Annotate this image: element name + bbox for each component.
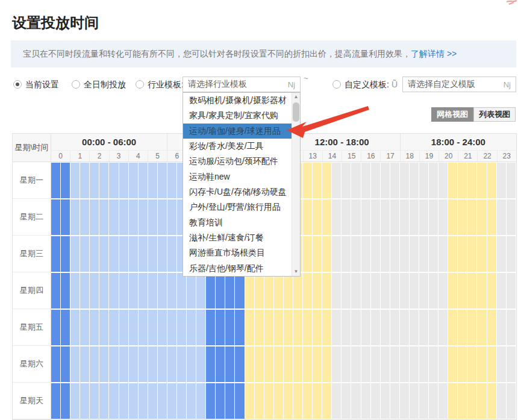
time-cell[interactable] [477,236,486,272]
time-cell[interactable] [90,383,99,419]
time-cell[interactable] [361,163,370,198]
time-cell[interactable] [390,346,399,382]
time-cell[interactable] [167,199,176,235]
dropdown-item[interactable]: 网游垂直市场根类目 [183,245,292,260]
time-cell[interactable] [90,273,99,309]
time-cell[interactable] [158,346,167,382]
time-cell[interactable] [351,383,360,419]
list-view-button[interactable]: 列表视图 [473,107,516,122]
time-cell[interactable] [487,383,496,419]
time-cell[interactable] [303,236,312,272]
time-cell[interactable] [448,383,457,419]
time-cell[interactable] [90,346,99,382]
time-cell[interactable] [255,273,264,309]
time-cell[interactable] [139,310,148,345]
time-cell[interactable] [284,383,293,419]
time-cell[interactable] [400,199,409,235]
time-cell[interactable] [313,383,322,419]
time-cell[interactable] [390,199,399,235]
time-cell[interactable] [390,236,399,272]
time-cell[interactable] [225,346,234,382]
time-cell[interactable] [332,273,341,309]
time-cell[interactable] [429,346,438,382]
time-cell[interactable] [61,236,70,272]
time-cell[interactable] [429,273,438,309]
time-cell[interactable] [467,346,476,382]
time-cell[interactable] [342,346,351,382]
time-cell[interactable] [458,236,467,272]
time-cell[interactable] [158,273,167,309]
time-cell[interactable] [342,236,351,272]
time-cell[interactable] [361,383,370,419]
time-cell[interactable] [90,163,99,198]
dropdown-item[interactable]: 乐器/吉他/钢琴/配件 [183,261,292,276]
time-cell[interactable] [438,236,448,272]
time-cell[interactable] [448,273,457,309]
time-cell[interactable] [410,273,419,309]
time-cell[interactable] [448,163,457,198]
time-cell[interactable] [381,273,390,309]
time-cell[interactable] [80,383,89,419]
time-cell[interactable] [381,236,390,272]
time-cell[interactable] [458,383,467,419]
industry-template-select[interactable]: 请选择行业模板 Nj [183,77,301,92]
time-cell[interactable] [99,236,108,272]
time-cell[interactable] [438,163,448,198]
time-cell[interactable] [313,199,322,235]
time-cell[interactable] [322,310,331,345]
time-cell[interactable] [507,273,516,309]
time-cell[interactable] [167,310,176,345]
time-cell[interactable] [467,273,476,309]
scroll-down-icon[interactable]: ▼ [292,268,300,276]
time-cell[interactable] [70,236,80,272]
time-cell[interactable] [80,273,89,309]
time-cell[interactable] [342,383,351,419]
time-cell[interactable] [419,236,428,272]
dropdown-scrollbar[interactable]: ▲ ▼ [292,93,300,276]
time-cell[interactable] [419,346,428,382]
time-cell[interactable] [497,199,506,235]
time-cell[interactable] [187,310,196,345]
time-cell[interactable] [371,346,380,382]
radio-industry-template-label[interactable]: 行业模板: [148,77,184,92]
time-cell[interactable] [99,346,108,382]
time-cell[interactable] [99,273,108,309]
time-cell[interactable] [80,236,89,272]
time-cell[interactable] [167,346,176,382]
time-cell[interactable] [342,273,351,309]
time-cell[interactable] [284,273,293,309]
time-cell[interactable] [148,346,157,382]
time-cell[interactable] [129,199,138,235]
time-cell[interactable] [313,163,322,198]
time-cell[interactable] [419,199,428,235]
time-cell[interactable] [332,346,341,382]
radio-custom-template-label[interactable]: 自定义模板: [345,77,389,92]
time-cell[interactable] [371,236,380,272]
time-cell[interactable] [419,273,428,309]
time-cell[interactable] [303,199,312,235]
time-cell[interactable] [419,383,428,419]
time-cell[interactable] [371,273,380,309]
time-cell[interactable] [158,199,167,235]
time-cell[interactable] [322,163,331,198]
time-cell[interactable] [284,346,293,382]
time-cell[interactable] [448,346,457,382]
time-cell[interactable] [196,273,205,309]
time-cell[interactable] [419,310,428,345]
time-cell[interactable] [507,236,516,272]
time-cell[interactable] [80,346,89,382]
time-cell[interactable] [196,383,205,419]
time-cell[interactable] [206,273,215,309]
time-cell[interactable] [487,273,496,309]
time-cell[interactable] [177,346,186,382]
time-cell[interactable] [177,310,186,345]
time-cell[interactable] [410,163,419,198]
time-cell[interactable] [109,273,118,309]
time-cell[interactable] [303,383,312,419]
time-cell[interactable] [129,163,138,198]
time-cell[interactable] [148,273,157,309]
time-cell[interactable] [99,310,108,345]
time-cell[interactable] [487,310,496,345]
time-cell[interactable] [322,236,331,272]
time-cell[interactable] [264,310,273,345]
